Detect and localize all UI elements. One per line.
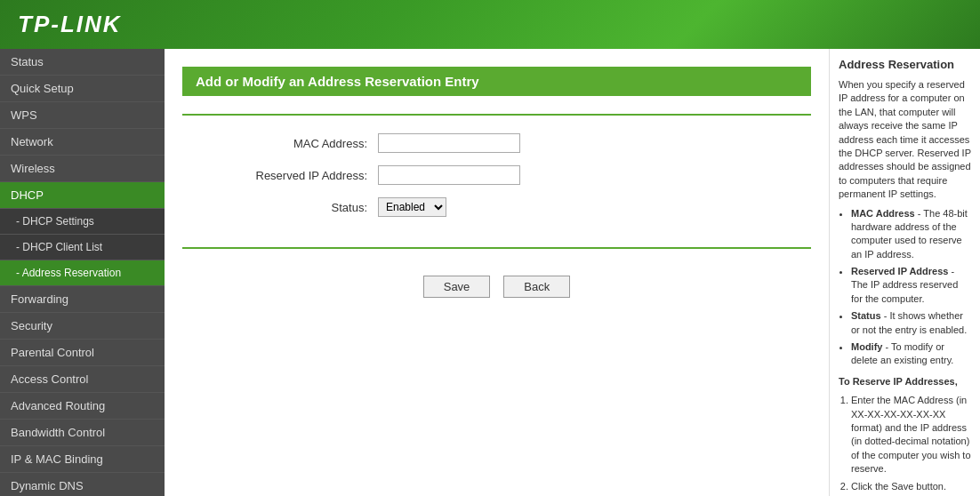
- sidebar-item-dhcp-client-list[interactable]: - DHCP Client List: [0, 235, 165, 260]
- sidebar-item-dhcp[interactable]: DHCP: [0, 182, 165, 209]
- back-button[interactable]: Back: [503, 276, 570, 298]
- sidebar-item-bandwidth-control[interactable]: Bandwidth Control: [0, 420, 165, 446]
- sidebar-item-advanced-routing[interactable]: Advanced Routing: [0, 393, 165, 420]
- sidebar-item-network[interactable]: Network: [0, 129, 165, 156]
- help-bullet-item: Status - It shows whether or not the ent…: [851, 309, 971, 337]
- sidebar-item-status[interactable]: Status: [0, 49, 165, 76]
- save-button[interactable]: Save: [423, 276, 491, 298]
- help-intro: When you specify a reserved IP address f…: [839, 78, 971, 202]
- help-bullet-item: Modify - To modify or delete an existing…: [851, 340, 971, 368]
- button-row: Save Back: [182, 267, 811, 307]
- ip-address-row: Reserved IP Address:: [182, 165, 811, 185]
- help-reserve-step: Enter the MAC Address (in XX-XX-XX-XX-XX…: [851, 394, 971, 476]
- mac-address-label: MAC Address:: [182, 137, 378, 150]
- help-bullets: MAC Address - The 48-bit hardware addres…: [851, 207, 971, 368]
- sidebar-item-dhcp-settings[interactable]: - DHCP Settings: [0, 209, 165, 235]
- main-content: Add or Modify an Address Reservation Ent…: [165, 49, 829, 496]
- sidebar-item-address-reservation[interactable]: - Address Reservation: [0, 260, 165, 286]
- sidebar-item-quick-setup[interactable]: Quick Setup: [0, 76, 165, 102]
- help-reserve-step: Click the Save button.: [851, 480, 971, 493]
- logo: TP-LINK: [18, 11, 122, 38]
- content-wrapper: Add or Modify an Address Reservation Ent…: [165, 49, 980, 496]
- help-reserve-heading: To Reserve IP Addresses,: [839, 375, 971, 388]
- help-title: Address Reservation: [839, 58, 971, 71]
- ip-address-input[interactable]: [378, 165, 520, 185]
- help-bullet-item: Reserved IP Address - The IP address res…: [851, 265, 971, 306]
- header: TP-LINK: [0, 0, 980, 49]
- sidebar: StatusQuick SetupWPSNetworkWirelessDHCP-…: [0, 49, 165, 496]
- help-bullet-item: MAC Address - The 48-bit hardware addres…: [851, 207, 971, 262]
- sidebar-item-security[interactable]: Security: [0, 313, 165, 340]
- main-container: StatusQuick SetupWPSNetworkWirelessDHCP-…: [0, 49, 980, 496]
- sidebar-item-dynamic-dns[interactable]: Dynamic DNS: [0, 473, 165, 496]
- sidebar-item-parental-control[interactable]: Parental Control: [0, 340, 165, 366]
- help-reserve-steps: Enter the MAC Address (in XX-XX-XX-XX-XX…: [851, 394, 971, 493]
- status-label: Status:: [182, 201, 378, 214]
- form-section: MAC Address: Reserved IP Address: Status…: [182, 114, 811, 249]
- help-panel: Address Reservation When you specify a r…: [829, 49, 980, 496]
- mac-address-row: MAC Address:: [182, 133, 811, 153]
- sidebar-item-forwarding[interactable]: Forwarding: [0, 286, 165, 313]
- sidebar-item-access-control[interactable]: Access Control: [0, 366, 165, 393]
- ip-address-label: Reserved IP Address:: [182, 169, 378, 182]
- sidebar-item-wps[interactable]: WPS: [0, 102, 165, 129]
- page-title: Add or Modify an Address Reservation Ent…: [182, 67, 811, 96]
- status-row: Status: EnabledDisabled: [182, 197, 811, 217]
- status-select[interactable]: EnabledDisabled: [378, 197, 446, 217]
- sidebar-item-wireless[interactable]: Wireless: [0, 156, 165, 182]
- mac-address-input[interactable]: [378, 133, 520, 153]
- sidebar-item-ip-mac-binding[interactable]: IP & MAC Binding: [0, 446, 165, 473]
